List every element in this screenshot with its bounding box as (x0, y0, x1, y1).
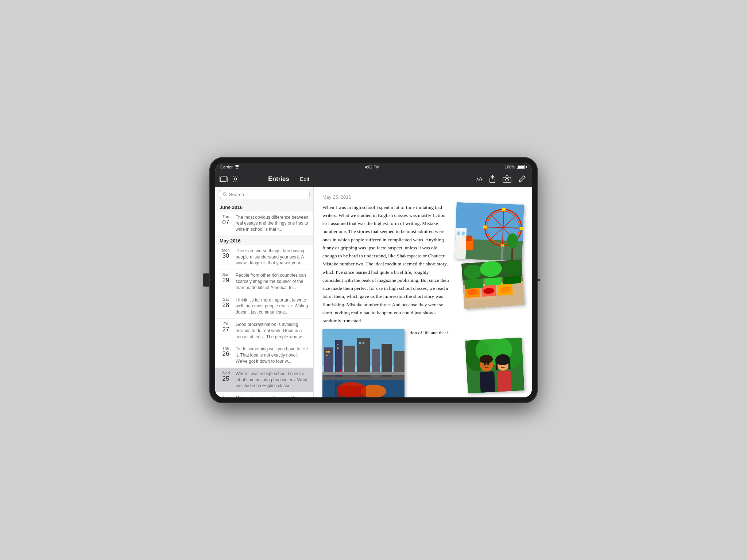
status-bar-left: Carrier (220, 165, 240, 169)
entry-day-name: Sat (223, 297, 229, 302)
entry-date: Sat 28 (219, 297, 233, 315)
svg-rect-28 (462, 232, 465, 235)
wifi-icon (235, 165, 240, 169)
status-bar: Carrier 4:02 PM 100% (215, 163, 532, 171)
entry-text: Good procrastination is avoiding errands… (236, 322, 310, 340)
search-container (215, 187, 313, 202)
sidebar: June 2016 Tue 07 The most obvious differ… (215, 187, 314, 397)
svg-rect-55 (344, 346, 355, 377)
content-area: June 2016 Tue 07 The most obvious differ… (215, 187, 532, 397)
svg-rect-20 (483, 225, 487, 228)
share-icon[interactable] (489, 175, 496, 183)
entry-day-name: Thu (222, 346, 229, 350)
entry-day-name: Wed (222, 371, 230, 375)
entry-date: Sun 29 (219, 272, 233, 291)
settings-icon[interactable] (232, 175, 239, 183)
compose-icon[interactable] (518, 175, 526, 183)
svg-rect-67 (322, 372, 405, 375)
entry-list: June 2016 Tue 07 The most obvious differ… (215, 202, 313, 397)
device-frame: Carrier 4:02 PM 100% (209, 157, 538, 403)
section-header-june: June 2016 (215, 202, 313, 211)
selfie-wrapper (410, 339, 523, 392)
list-item[interactable]: Wed 25 When I was in high school I spent… (215, 368, 313, 392)
list-item[interactable]: Mon 30 There are worse things than havin… (215, 245, 313, 269)
entry-text: When I was in high school I spent a lot … (236, 371, 310, 389)
main-header: AA (314, 171, 532, 187)
svg-rect-27 (457, 231, 460, 235)
entry-day-num: 26 (222, 350, 229, 358)
svg-rect-63 (337, 344, 338, 345)
entry-day-name: Sun (222, 272, 229, 277)
list-item[interactable]: Fri 27 Good procrastination is avoiding … (215, 319, 313, 343)
home-button[interactable] (203, 273, 209, 287)
entry-day-name: Tue (222, 395, 229, 397)
svg-rect-56 (357, 338, 370, 377)
entry-date: Mon 30 (219, 248, 233, 266)
entry-date: Tue 07 (219, 214, 233, 233)
list-item[interactable]: Tue 24 Many who respond to something dis… (215, 392, 313, 397)
text-selfie-area: tion of life and that i... (410, 329, 523, 392)
battery-label: 100% (505, 165, 515, 169)
list-item[interactable]: Sun 29 People from other rich countries … (215, 269, 313, 294)
list-item[interactable]: Thu 26 To do something well you have to … (215, 343, 313, 368)
entry-text: There are worse things than having peopl… (236, 248, 310, 266)
svg-rect-80 (480, 371, 495, 393)
entry-text: To do something well you have to like it… (236, 346, 310, 364)
entry-day-name: Fri (224, 322, 228, 326)
svg-point-68 (340, 370, 342, 372)
svg-point-7 (223, 192, 226, 195)
entry-text: I think it's far more important to write… (236, 297, 310, 315)
svg-rect-26 (454, 228, 467, 259)
entry-date-header: May 25, 2016 (322, 194, 523, 200)
list-item[interactable]: Sat 28 I think it's far more important t… (215, 294, 313, 319)
screen: Carrier 4:02 PM 100% (215, 163, 532, 397)
entry-day-num: 28 (222, 302, 229, 309)
main-content[interactable]: May 25, 2016 (314, 187, 532, 397)
svg-rect-65 (359, 342, 361, 344)
sidebar-header: Entries Edit (215, 171, 314, 187)
entry-date: Tue 24 (219, 395, 233, 397)
app-header: Entries Edit AA (215, 171, 532, 187)
list-item[interactable]: Tue 07 The most obvious difference betwe… (215, 211, 313, 236)
section-header-may: May 2016 (215, 236, 313, 245)
entry-day-num: 27 (222, 326, 229, 333)
entry-date: Thu 26 (219, 346, 233, 364)
status-time: 4:02 PM (365, 165, 380, 169)
svg-rect-82 (497, 370, 512, 392)
battery-icon (517, 165, 527, 169)
notebooks-icon[interactable] (220, 176, 228, 182)
entry-day-num: 30 (222, 252, 229, 260)
entry-day-num: 29 (222, 277, 229, 284)
svg-rect-61 (328, 351, 330, 353)
camera-dot (538, 279, 540, 281)
svg-rect-58 (382, 344, 392, 377)
camera-icon[interactable] (503, 175, 511, 183)
entry-continued-text: tion of life and that i... (410, 329, 523, 337)
entry-text: The most obvious difference between real… (236, 214, 310, 233)
carrier-label: Carrier (220, 165, 233, 169)
search-input[interactable] (229, 192, 306, 197)
entry-date: Wed 25 (219, 371, 233, 389)
edit-button[interactable]: Edit (300, 176, 309, 182)
search-icon (223, 192, 227, 197)
svg-rect-62 (326, 355, 328, 356)
svg-rect-5 (503, 177, 511, 182)
selfie-photo (465, 338, 524, 393)
produce-photo (461, 259, 525, 309)
city-photo (322, 329, 405, 397)
svg-rect-18 (502, 208, 506, 211)
entry-date: Fri 27 (219, 322, 233, 340)
font-size-icon[interactable]: AA (476, 176, 482, 182)
svg-point-3 (235, 178, 237, 180)
svg-rect-60 (326, 351, 328, 353)
svg-rect-66 (363, 342, 364, 344)
svg-rect-21 (519, 226, 523, 229)
svg-point-0 (236, 168, 237, 169)
search-box[interactable] (219, 190, 310, 199)
entry-day-num: 07 (222, 219, 229, 226)
ferris-wheel-photo (454, 202, 524, 261)
entry-day-name: Mon (222, 248, 229, 252)
entry-text: Many who respond to something disagree w… (236, 395, 310, 397)
bottom-photos: tion of life and that i... (322, 329, 523, 397)
photos-cluster-top-right (456, 203, 523, 307)
